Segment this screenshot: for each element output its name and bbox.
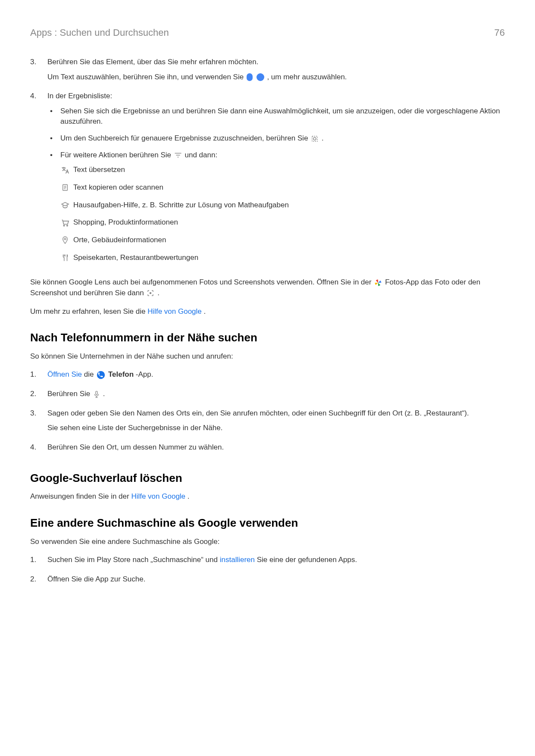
step-text: Suchen Sie im Play Store nach „Suchmasch… [47,555,505,565]
svg-point-1 [313,137,316,140]
fork-knife-icon [60,253,70,262]
svg-point-13 [97,371,105,379]
shopping-cart-icon [60,219,70,227]
other-step-2: 2. Öffnen Sie die App zur Suche. [30,574,505,589]
svg-point-10 [67,225,68,226]
action-icon-list: Text übersetzen Text kopieren oder scann… [60,165,505,263]
step-number: 2. [30,389,47,404]
other-steps: 1. Suchen Sie im Play Store nach „Suchma… [30,555,505,589]
step-3: 3. Berühren Sie das Element, über das Si… [30,57,505,87]
lens-icon [147,289,154,297]
page-header: Apps : Suchen und Durchsuchen 76 [30,26,505,40]
filter-icon [174,152,182,158]
instruction-list: 3. Berühren Sie das Element, über das Si… [30,57,505,270]
page-number: 76 [494,26,505,40]
svg-point-11 [64,238,66,240]
history-paragraph: Anweisungen finden Sie in der Hilfe von … [30,491,505,502]
step-number: 4. [30,91,47,270]
step-text: Berühren Sie das Element, über das Sie m… [47,57,505,68]
step-4: 4. In der Ergebnisliste: Sehen Sie sich … [30,91,505,270]
bullet-item: Für weitere Aktionen berühren Sie und da… [47,150,505,263]
step-text: In der Ergebnisliste: [47,91,505,102]
sub-bullets: Sehen Sie sich die Ergebnisse an und ber… [47,106,505,263]
phone-step-3: 3. Sagen oder geben Sie den Namen des Or… [30,408,505,438]
bullet-item: Sehen Sie sich die Ergebnisse an und ber… [47,106,505,127]
heading-phone-search: Nach Telefonnummern in der Nähe suchen [30,330,505,346]
action-label: Orte, Gebäudeinformationen [73,235,166,246]
open-link[interactable]: Öffnen Sie [47,370,82,378]
document-icon [60,183,70,192]
other-step-1: 1. Suchen Sie im Play Store nach „Suchma… [30,555,505,570]
mic-icon [93,390,100,398]
phone-step-4: 4. Berühren Sie den Ort, um dessen Numme… [30,442,505,457]
action-label: Speisekarten, Restaurantbewertungen [73,253,198,263]
selection-handle-right-icon [257,73,264,81]
heading-other-engine: Eine andere Suchmaschine als Google verw… [30,515,505,531]
google-help-link[interactable]: Hilfe von Google [131,492,185,500]
install-link[interactable]: installieren [220,556,255,564]
learn-more-paragraph: Um mehr zu erfahren, lesen Sie die Hilfe… [30,306,505,317]
step-number: 3. [30,57,47,87]
step-text: Öffnen Sie die App zur Suche. [47,574,505,585]
svg-point-12 [150,292,152,294]
lens-paragraph: Sie können Google Lens auch bei aufgenom… [30,277,505,298]
action-dining: Speisekarten, Restaurantbewertungen [60,253,505,263]
action-copy: Text kopieren oder scannen [60,182,505,193]
action-homework: Hausaufgaben-Hilfe, z. B. Schritte zur L… [60,200,505,211]
crop-search-icon [311,135,319,143]
phone-app-icon [97,371,105,379]
phone-step-1: 1. Öffnen Sie die Telefon -App. [30,369,505,384]
step-number: 1. [30,555,47,570]
action-label: Text kopieren oder scannen [73,182,163,193]
step-number: 1. [30,369,47,384]
pin-icon [60,236,70,244]
step-text: Berühren Sie den Ort, um dessen Nummer z… [47,442,505,453]
graduation-cap-icon [60,201,70,209]
other-intro: So verwenden Sie eine andere Suchmaschin… [30,537,505,547]
step-text: Berühren Sie . [47,389,505,400]
action-label: Text übersetzen [73,165,125,175]
svg-rect-14 [96,391,97,394]
step-text: Sie sehen eine Liste der Suchergebnisse … [47,423,505,434]
action-places: Orte, Gebäudeinformationen [60,235,505,246]
app-name: Telefon [108,370,134,378]
bullet-item: Um den Suchbereich für genauere Ergebnis… [47,133,505,144]
step-number: 3. [30,408,47,438]
phone-step-2: 2. Berühren Sie . [30,389,505,404]
breadcrumb: Apps : Suchen und Durchsuchen [30,26,169,40]
translate-icon [60,166,70,175]
action-shopping: Shopping, Produktinformationen [60,217,505,228]
step-text: Öffnen Sie die Telefon -App. [47,369,505,380]
action-label: Shopping, Produktinformationen [73,217,178,228]
step-number: 2. [30,574,47,589]
phone-intro: So können Sie Unternehmen in der Nähe su… [30,351,505,362]
google-help-link[interactable]: Hilfe von Google [147,307,202,316]
action-label: Hausaufgaben-Hilfe, z. B. Schritte zur L… [73,200,289,211]
heading-history: Google-Suchverlauf löschen [30,470,505,487]
svg-point-9 [63,225,64,226]
action-translate: Text übersetzen [60,165,505,175]
step-text: Um Text auszuwählen, berühren Sie ihn, u… [47,72,505,83]
photos-app-icon [374,279,382,287]
step-text: Sagen oder geben Sie den Namen des Orts … [47,408,505,419]
selection-handle-left-icon [247,73,253,81]
phone-steps: 1. Öffnen Sie die Telefon -App. 2. Berüh… [30,369,505,457]
svg-rect-0 [312,136,317,141]
step-number: 4. [30,442,47,457]
